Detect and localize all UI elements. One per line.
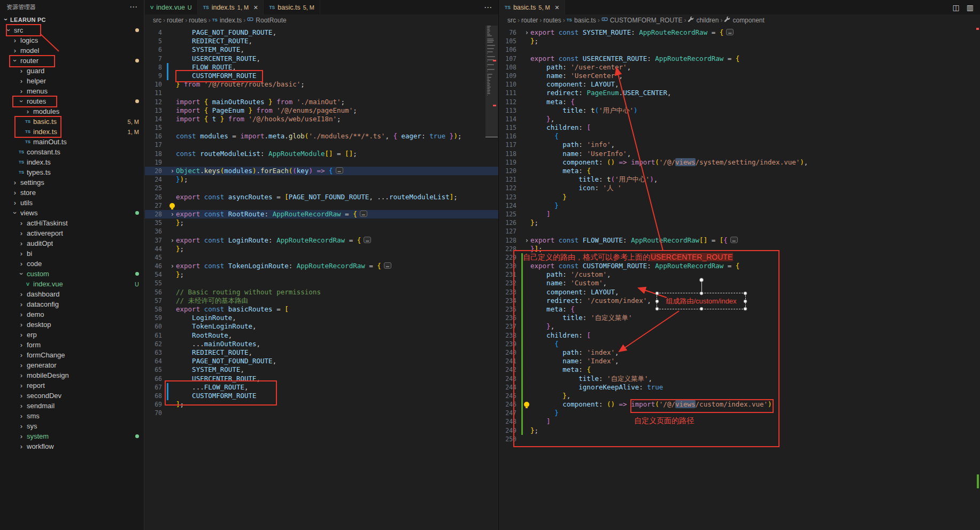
tree-item-settings[interactable]: ›settings: [0, 177, 144, 188]
code-line[interactable]: 64 PAGE_NOT_FOUND_ROUTE,: [145, 357, 498, 365]
tree-item-index.ts[interactable]: TSindex.ts1, M: [0, 127, 144, 137]
chevron-down-icon[interactable]: ›: [11, 57, 19, 65]
code-line[interactable]: 245 },: [499, 392, 980, 400]
tree-item-report[interactable]: ›report: [0, 380, 144, 391]
tree-item-mobileDesign[interactable]: ›mobileDesign: [0, 370, 144, 380]
code-line[interactable]: 14import { t } from '/@/hooks/web/useI18…: [145, 115, 498, 123]
code-line[interactable]: 35};: [145, 219, 498, 227]
code-line[interactable]: 11: [145, 89, 498, 97]
chevron-right-icon[interactable]: ›: [17, 442, 26, 450]
tree-item-logics[interactable]: ›logics: [0, 35, 144, 45]
code-line[interactable]: 114 },: [499, 115, 980, 123]
tab-index.vue[interactable]: Vindex.vueU: [145, 0, 198, 14]
fold-chevron-icon[interactable]: ›: [525, 28, 529, 37]
chevron-right-icon[interactable]: ›: [17, 260, 26, 268]
tree-item-modules[interactable]: ›modules: [0, 106, 144, 116]
code-line[interactable]: 236 title: '自定义菜单': [499, 314, 980, 322]
chevron-right-icon[interactable]: ›: [11, 178, 19, 186]
code-line[interactable]: 69];: [145, 400, 498, 409]
code-line[interactable]: 246 component: () => import('/@/views/cu…: [499, 400, 980, 409]
chevron-right-icon[interactable]: ›: [17, 77, 26, 85]
code-line[interactable]: 116 {: [499, 132, 980, 141]
chevron-right-icon[interactable]: ›: [17, 412, 26, 420]
chevron-down-icon[interactable]: ›: [18, 97, 26, 106]
chevron-right-icon[interactable]: ›: [17, 250, 26, 258]
code-line[interactable]: 19: [145, 158, 498, 167]
fold-ellipsis[interactable]: …: [364, 237, 371, 243]
code-line[interactable]: 106: [499, 45, 980, 54]
code-line[interactable]: 113 title: t('用户中心'): [499, 106, 980, 115]
explorer-more-actions-icon[interactable]: ⋯: [129, 2, 137, 12]
code-line[interactable]: 10} from '/@/router/routes/basic';: [145, 80, 498, 89]
chevron-right-icon[interactable]: ›: [17, 300, 26, 308]
tree-item-index.vue[interactable]: Vindex.vueU: [0, 279, 144, 289]
code-line[interactable]: 5 REDIRECT_ROUTE,: [145, 37, 498, 45]
code-line[interactable]: 115 children: [: [499, 123, 980, 132]
chevron-right-icon[interactable]: ›: [24, 107, 32, 115]
fold-ellipsis[interactable]: …: [336, 167, 343, 174]
tree-item-code[interactable]: ›code: [0, 259, 144, 269]
fold-chevron-icon[interactable]: ›: [171, 262, 174, 270]
chevron-right-icon[interactable]: ›: [17, 432, 26, 440]
chevron-right-icon[interactable]: ›: [17, 290, 26, 298]
code-line[interactable]: 107export const USERCENTER_ROUTE: AppRou…: [499, 54, 980, 63]
code-line[interactable]: 234 redirect: '/custom/index',: [499, 297, 980, 305]
code-line[interactable]: 12import { mainOutRoutes } from './mainO…: [145, 98, 498, 106]
tabbar-more-actions-icon[interactable]: ⋯: [477, 3, 498, 12]
chevron-right-icon[interactable]: ›: [17, 67, 26, 75]
code-line[interactable]: 65 SYSTEM_ROUTE,: [145, 365, 498, 374]
breadcrumb-item-component[interactable]: component: [724, 16, 764, 24]
chevron-right-icon[interactable]: ›: [17, 381, 26, 389]
code-line[interactable]: 59 LoginRoute,: [145, 314, 498, 322]
code-line[interactable]: 46›export const TokenLoginRoute: AppRout…: [145, 262, 498, 270]
code-line[interactable]: 6 SYSTEM_ROUTE,: [145, 45, 498, 54]
tree-item-router[interactable]: ›router: [0, 56, 144, 66]
code-line[interactable]: 8 FLOW_ROUTE,: [145, 63, 498, 72]
code-line[interactable]: 54};: [145, 270, 498, 279]
minimap[interactable]: [487, 26, 496, 98]
code-line[interactable]: 117 path: 'info',: [499, 141, 980, 149]
chevron-right-icon[interactable]: ›: [17, 361, 26, 369]
code-line[interactable]: 7 USERCENTER_ROUTE,: [145, 54, 498, 63]
chevron-right-icon[interactable]: ›: [17, 371, 26, 379]
code-line[interactable]: 61 RootRoute,: [145, 331, 498, 340]
code-line[interactable]: 118 name: 'UserInfo',: [499, 150, 980, 158]
close-icon[interactable]: ×: [555, 3, 559, 12]
chevron-right-icon[interactable]: ›: [17, 341, 26, 349]
code-line[interactable]: 76›export const SYSTEM_ROUTE: AppRouteRe…: [499, 28, 980, 37]
breadcrumb-item-router[interactable]: router: [167, 17, 183, 24]
code-line[interactable]: 37›export const LoginRoute: AppRouteReco…: [145, 236, 498, 245]
tree-item-workflow[interactable]: ›workflow: [0, 441, 144, 451]
code-line[interactable]: 108 path: '/user-center',: [499, 63, 980, 72]
tree-item-generator[interactable]: ›generator: [0, 360, 144, 370]
tree-item-index.ts[interactable]: TSindex.ts: [0, 157, 144, 167]
tree-item-views[interactable]: ›views: [0, 208, 144, 218]
code-line[interactable]: 68 CUSTOMFORM_ROUTE: [145, 392, 498, 400]
chevron-right-icon[interactable]: ›: [17, 392, 26, 400]
chevron-right-icon[interactable]: ›: [11, 199, 19, 207]
code-line[interactable]: 28›export const RootRoute: AppRouteRecor…: [145, 210, 498, 219]
lightbulb-icon[interactable]: [169, 203, 175, 208]
code-line[interactable]: 110 component: LAYOUT,: [499, 80, 980, 89]
fold-chevron-icon[interactable]: ›: [525, 236, 529, 245]
fold-ellipsis[interactable]: …: [384, 262, 391, 269]
breadcrumb-item-index.ts[interactable]: TSindex.ts: [212, 17, 242, 24]
tree-item-activereport[interactable]: ›activereport: [0, 228, 144, 238]
code-line[interactable]: 239 {: [499, 340, 980, 348]
tree-item-dashboard[interactable]: ›dashboard: [0, 289, 144, 299]
code-line[interactable]: 55: [145, 279, 498, 287]
tree-item-constant.ts[interactable]: TSconstant.ts: [0, 147, 144, 157]
code-line[interactable]: 242 meta: {: [499, 365, 980, 374]
breadcrumb-item-basic.ts[interactable]: TSbasic.ts: [567, 17, 596, 24]
tree-item-menus[interactable]: ›menus: [0, 86, 144, 96]
chevron-right-icon[interactable]: ›: [17, 219, 26, 227]
chevron-right-icon[interactable]: ›: [17, 87, 26, 95]
code-line[interactable]: 13import { PageEnum } from '/@/enums/pag…: [145, 106, 498, 115]
tree-item-formChange[interactable]: ›formChange: [0, 350, 144, 360]
code-line[interactable]: 229: [499, 253, 980, 262]
tree-item-mainOut.ts[interactable]: TSmainOut.ts: [0, 137, 144, 147]
code-line[interactable]: 228}];: [499, 245, 980, 253]
tree-item-desktop[interactable]: ›desktop: [0, 319, 144, 330]
fold-ellipsis[interactable]: …: [726, 29, 734, 35]
tree-item-actHiTaskinst[interactable]: ›actHiTaskinst: [0, 218, 144, 228]
